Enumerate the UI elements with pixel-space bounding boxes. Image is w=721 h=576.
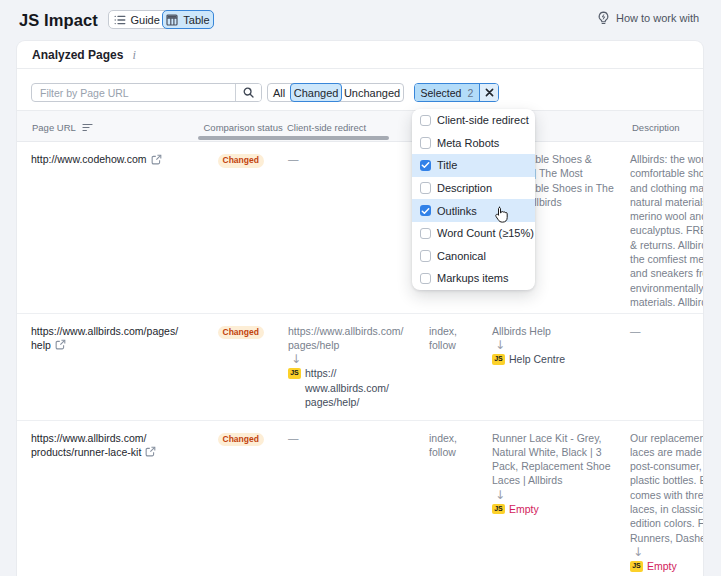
description-cell: Allbirds: the world's most comfortable s… [630,152,703,309]
page-url-link[interactable]: https://www.allbirds.com/pages/ help [31,325,178,351]
status-filter-unchanged[interactable]: Unchanged [341,84,402,101]
column-header-comparison-status[interactable]: Comparison status [204,122,283,133]
status-filter-group: All Changed Unchanged [267,83,404,102]
checkbox-icon[interactable] [420,273,432,285]
card-title-row: Analyzed Pagesi [32,48,136,63]
comparison-status-cell: Changed [218,431,264,447]
page-url-link[interactable]: http://www.codehow.com [31,153,147,165]
menu-item-title[interactable]: Title [412,154,535,177]
info-icon[interactable]: i [132,48,135,62]
js-badge: JS [630,561,643,572]
analyzed-pages-card: Analyzed Pagesi All Changed Unchanged Se… [17,41,703,576]
menu-item-label: Description [437,182,492,194]
checkbox-icon[interactable] [420,228,432,240]
checkbox-icon[interactable] [420,250,432,262]
title-new-empty-value: Empty [509,502,539,516]
column-header-description[interactable]: Description [632,122,680,133]
menu-item-markups-items[interactable]: Markups items [412,267,535,290]
changed-badge: Changed [218,326,264,340]
status-filter-unchanged-label: Unchanged [344,87,400,99]
page-url-cell: http://www.codehow.com [31,152,199,166]
meta-robots-value: index, follow [429,325,457,351]
checkbox-icon[interactable] [420,115,432,127]
menu-item-label: Meta Robots [437,137,499,149]
description-old-value: Allbirds: the world's most comfortable s… [630,153,703,308]
page-url-link[interactable]: https://www.allbirds.com/ products/runne… [31,432,147,458]
table-row: http://www.codehow.com Changed — Comfort… [17,142,703,313]
menu-item-word-count-15[interactable]: Word Count (≥15%) [412,222,535,245]
checkbox-icon[interactable] [420,137,432,149]
column-header-page-url[interactable]: Page URL [32,122,93,133]
table-tab[interactable]: Table [162,10,213,29]
url-filter-input[interactable] [32,84,235,101]
columns-selected-count: 2 [467,87,473,99]
menu-item-label: Outlinks [437,205,477,217]
how-to-work-with-link[interactable]: How to work with [597,11,699,25]
comparison-status-cell: Changed [218,152,264,168]
columns-selected-button[interactable]: Selected 2 [415,84,480,101]
table-header: Page URL Comparison status Client-side r… [17,111,703,142]
title-cell: Runner Lace Kit - Grey, Natural White, B… [492,431,625,517]
description-cell: Our replacement shoe laces are made from… [630,431,703,574]
columns-selected-control: Selected 2 [414,83,500,102]
menu-item-label: Word Count (≥15%) [437,227,534,239]
menu-item-client-side-redirect[interactable]: Client-side redirect [412,109,535,132]
columns-dropdown-menu: Client-side redirectMeta RobotsTitleDesc… [412,109,535,290]
redirect-old-value: https://www.allbirds.com/ pages/help [288,324,414,353]
page-url-cell: https://www.allbirds.com/pages/ help [31,324,199,353]
search-button[interactable] [235,84,261,101]
column-header-page-url-label: Page URL [32,122,76,133]
menu-item-outlinks[interactable]: Outlinks [412,199,535,222]
changed-to-arrow: ↓ [633,545,703,559]
external-link-icon[interactable] [151,154,162,165]
table-tab-label: Table [183,14,209,26]
status-filter-all[interactable]: All [268,84,291,101]
checkbox-checked-icon[interactable] [420,160,432,172]
menu-item-canonical[interactable]: Canonical [412,245,535,268]
horizontal-scrollbar[interactable] [198,136,389,141]
columns-selected-clear-button[interactable] [479,84,498,101]
js-badge: JS [492,504,505,515]
js-badge: JS [492,354,505,365]
title-new-value: Help Centre [509,352,565,366]
menu-item-description[interactable]: Description [412,177,535,200]
no-redirect-dash: — [288,153,299,165]
comparison-status-cell: Changed [218,324,264,340]
column-header-client-side-redirect-label: Client-side redirect [287,122,366,133]
meta-robots-cell: index, follow [429,324,484,353]
menu-item-meta-robots[interactable]: Meta Robots [412,132,535,155]
description-old-value: Our replacement shoe laces are made from… [630,431,703,545]
title-old-value: Allbirds Help [492,324,625,338]
url-filter [31,83,262,102]
guide-tab[interactable]: Guide [109,11,163,28]
sort-icon [82,123,93,132]
columns-selected-label: Selected [421,87,462,99]
redirect-new-value: https:// www.allbirds.com/ pages/help/ [305,366,389,409]
checkbox-icon[interactable] [420,182,432,194]
status-filter-changed[interactable]: Changed [290,83,343,102]
changed-to-arrow: ↓ [291,352,414,366]
checkbox-checked-icon[interactable] [420,205,432,217]
view-toggle: Guide Table [108,10,214,29]
external-link-icon[interactable] [55,339,66,350]
status-filter-all-label: All [273,87,285,99]
column-header-client-side-redirect[interactable]: Client-side redirect [287,122,366,133]
menu-item-label: Canonical [437,250,486,262]
page-title: JS Impact [19,11,98,30]
menu-item-label: Title [437,159,457,171]
mouse-cursor [494,206,510,224]
client-side-redirect-cell: — [288,152,414,166]
column-header-comparison-status-label: Comparison status [204,122,283,133]
no-redirect-dash: — [288,432,299,444]
title-old-value: Runner Lace Kit - Grey, Natural White, B… [492,431,625,488]
js-badge: JS [288,368,301,379]
changed-badge: Changed [218,154,264,168]
client-side-redirect-cell: https://www.allbirds.com/ pages/help ↓ J… [288,324,414,410]
divider [17,68,703,69]
description-new-empty-value: Empty [647,559,677,573]
title-cell: Allbirds Help ↓ JSHelp Centre [492,324,625,367]
meta-robots-value: index, follow [429,432,457,458]
description-cell: — [630,324,703,338]
external-link-icon[interactable] [145,446,156,457]
changed-badge: Changed [218,433,264,447]
